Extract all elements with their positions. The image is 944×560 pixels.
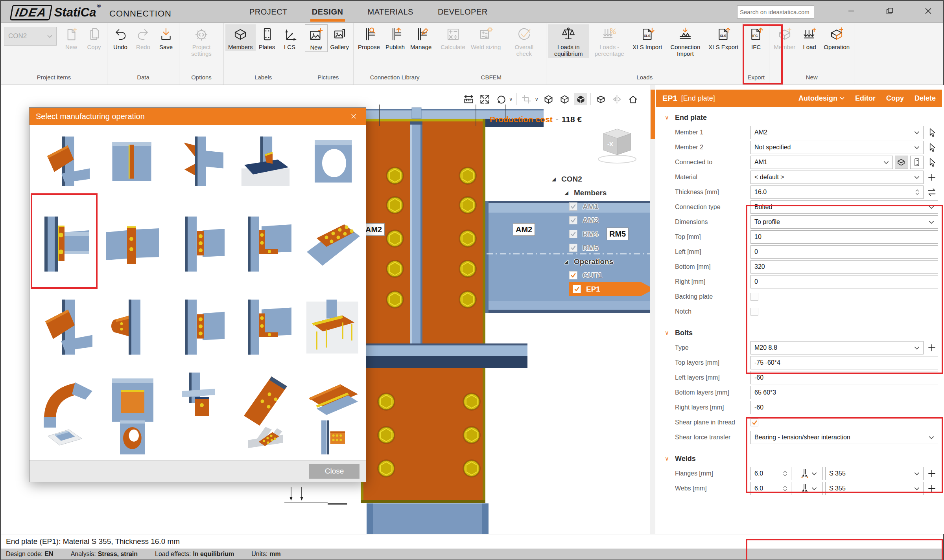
chevron-down-icon[interactable] [929,220,934,224]
ribbon-button-load[interactable]: Load [798,24,821,51]
operation-thumbnail-pressed[interactable] [37,418,92,457]
webs-mm-size-stepper[interactable]: 6.0 [750,482,791,495]
operation-thumbnail-finplate[interactable] [171,297,226,358]
thickness-mm-stepper[interactable]: 16.0 [750,185,924,199]
weld-type-dropdown[interactable] [794,482,823,495]
visibility-checkbox[interactable] [569,271,577,279]
tab-design[interactable]: DESIGN [312,1,343,23]
pick-cursor-icon[interactable] [926,156,938,169]
ribbon-button-loads-in-equilibrium[interactable]: Loads in equilibrium [548,24,589,58]
chevron-down-icon[interactable]: ∨ [509,96,513,102]
plate-filter-button[interactable] [910,156,924,169]
minimize-button[interactable] [843,4,859,18]
connected-to-dropdown[interactable]: AM1 [750,156,893,169]
left-layers-mm-input[interactable]: -60 [750,371,938,384]
add-icon[interactable] [926,467,938,480]
ribbon-button-propose[interactable]: Propose [355,24,383,51]
chevron-down-icon[interactable] [914,346,920,350]
rotate-icon[interactable] [494,93,507,105]
ribbon-button-xls-export[interactable]: XLSXLS Export [706,24,741,51]
ribbon-button-new[interactable]: New [305,24,328,52]
ribbon-button-ifc[interactable]: IFCIFC [745,24,767,51]
visibility-checkbox[interactable] [569,230,577,238]
top-layers-mm-input[interactable]: -75 -60*4 [750,356,938,369]
section-header-welds[interactable]: ∨Welds [675,454,938,464]
panel-action-editor[interactable]: Editor [855,94,876,103]
connection-type-dropdown[interactable]: Bolted [750,200,938,214]
ribbon-button-operation[interactable]: Operation [821,24,852,51]
chevron-down-icon[interactable] [929,206,934,209]
right-mm-input[interactable]: 0 [750,275,938,288]
dimensions-dropdown[interactable]: To profile [750,215,938,229]
operation-thumbnail-hole-round[interactable] [305,135,360,188]
ribbon-button-members[interactable]: Members [225,24,256,51]
type-dropdown[interactable]: M20 8.8 [750,341,924,354]
expander-icon[interactable]: ◢ [564,259,574,264]
backing-plate-checkbox[interactable] [750,293,758,301]
visibility-checkbox[interactable] [573,285,581,293]
measure-icon[interactable] [462,93,475,105]
clip-box-icon[interactable] [594,93,607,105]
right-layers-mm-input[interactable]: -60 [750,401,938,414]
home-icon[interactable] [627,93,639,105]
operation-thumbnail-stub[interactable] [104,297,159,358]
visibility-checkbox[interactable] [569,216,577,224]
operation-thumbnail-cleat[interactable] [238,297,293,358]
ribbon-button-undo[interactable]: Undo [109,24,132,51]
member-2-dropdown[interactable]: Not specified [750,141,924,154]
dialog-close-button[interactable]: Close [309,464,360,479]
shear-force-transfer-dropdown[interactable]: Bearing - tension/shear interaction [750,431,938,444]
ribbon-button-publish[interactable]: Publish [383,24,407,51]
tree-item-ep1-selected[interactable]: EP1 [569,282,650,296]
collapse-icon[interactable]: ∨ [665,329,675,336]
scrollbar-thumb[interactable] [651,90,655,139]
visibility-checkbox[interactable] [569,202,577,211]
section-header-bolts[interactable]: ∨Bolts [675,328,938,338]
material-dropdown[interactable]: < default > [750,171,924,184]
add-icon[interactable] [926,482,938,495]
webs-mm-material-dropdown[interactable]: S 355 [825,482,924,495]
tab-project[interactable]: PROJECT [249,1,288,23]
panel-action-autodesign[interactable]: Autodesign [798,94,844,103]
search-input[interactable] [740,9,818,15]
ribbon-button-connection-import[interactable]: Connection Import [665,24,706,58]
operation-thumbnail-table[interactable] [305,297,360,358]
ribbon-button-gallery[interactable]: Gallery [328,24,352,51]
panel-action-delete[interactable]: Delete [914,94,936,103]
pick-cursor-icon[interactable] [926,141,938,154]
ribbon-button-lcs[interactable]: LCS [278,24,301,51]
expander-icon[interactable]: ◢ [552,176,561,182]
ribbon-button-plates[interactable]: Plates [256,24,278,51]
operation-thumbnail-cleat[interactable] [238,198,293,290]
bottom-layers-mm-input[interactable]: 65 60*3 [750,386,938,399]
tree-item-am1[interactable]: AM1 [549,200,650,213]
add-icon[interactable] [926,342,938,354]
operation-thumbnail-widener[interactable] [171,135,226,188]
tree-node-operations[interactable]: ◢Operations [549,255,650,268]
operation-thumbnail-endplate-selected[interactable] [37,198,92,290]
flanges-mm-size-stepper[interactable]: 6.0 [750,467,791,480]
swap-direction-icon[interactable] [926,186,938,198]
view-cube[interactable]: -X [596,127,639,166]
bottom-mm-input[interactable]: 320 [750,260,938,274]
section-header-end-plate[interactable]: ∨End plate [675,112,938,123]
solid-cube-icon[interactable] [574,93,587,105]
tree-node-con2[interactable]: ◢CON2 [549,172,650,186]
tab-developer[interactable]: DEVELOPER [438,1,488,23]
operation-thumbnail-corner[interactable] [171,367,226,433]
collapse-icon[interactable]: ∨ [665,114,675,121]
operation-thumbnail-gusset[interactable] [37,135,92,188]
fit-icon[interactable] [478,93,491,105]
tree-item-am2[interactable]: AM2 [549,213,650,227]
operation-thumbnail-gusset[interactable] [37,297,92,358]
member-1-dropdown[interactable]: AM2 [750,126,924,139]
visibility-checkbox[interactable] [569,244,577,252]
top-mm-input[interactable]: 10 [750,230,938,244]
notch-checkbox[interactable] [750,308,758,316]
dialog-header[interactable]: Select manufacturing operation [30,108,366,125]
chevron-down-icon[interactable] [914,146,920,149]
close-button[interactable] [920,4,936,18]
restore-button[interactable] [882,4,898,18]
chevron-down-icon[interactable] [929,436,934,439]
ribbon-button-save[interactable]: Save [155,24,177,51]
